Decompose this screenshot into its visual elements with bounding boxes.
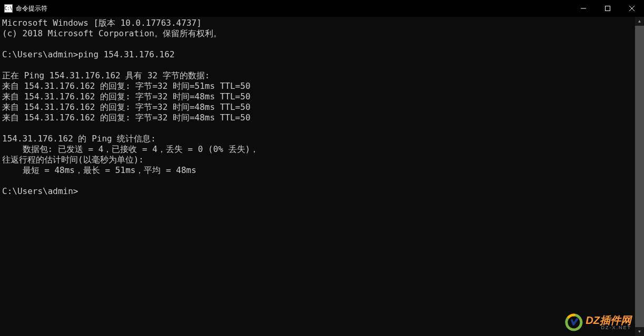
titlebar-left: C:\ 命令提示符 xyxy=(0,4,47,13)
scroll-up-arrow[interactable]: ▲ xyxy=(635,17,644,26)
scroll-down-arrow[interactable]: ▼ xyxy=(635,327,644,336)
minimize-button[interactable] xyxy=(571,0,596,17)
window-controls xyxy=(571,0,644,17)
close-button[interactable] xyxy=(620,0,644,17)
cmd-icon: C:\ xyxy=(4,4,13,13)
window-titlebar: C:\ 命令提示符 xyxy=(0,0,644,17)
close-icon xyxy=(629,6,635,11)
scrollbar-thumb[interactable] xyxy=(635,26,644,327)
terminal-area: Microsoft Windows [版本 10.0.17763.4737] (… xyxy=(0,17,644,336)
terminal-output[interactable]: Microsoft Windows [版本 10.0.17763.4737] (… xyxy=(0,17,635,336)
vertical-scrollbar[interactable]: ▲ ▼ xyxy=(635,17,644,336)
maximize-icon xyxy=(605,6,610,11)
svg-rect-0 xyxy=(606,6,610,11)
window-title: 命令提示符 xyxy=(16,4,47,13)
minimize-icon xyxy=(581,6,586,11)
maximize-button[interactable] xyxy=(596,0,620,17)
